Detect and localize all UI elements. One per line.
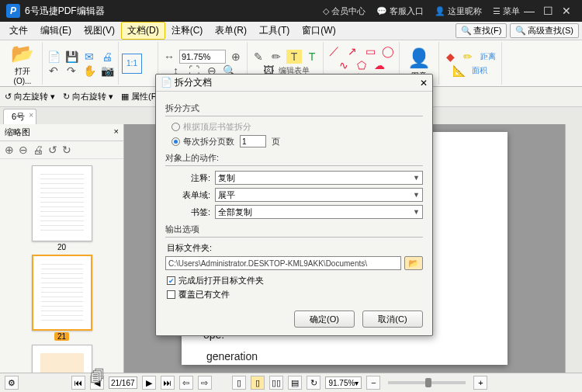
- thumbnails-list[interactable]: 20 21: [0, 159, 123, 373]
- menu-tool[interactable]: 工具(T): [253, 22, 296, 40]
- layout-cont-icon[interactable]: ▯: [251, 376, 265, 390]
- maximize-button[interactable]: ☐: [539, 5, 557, 17]
- cancel-button[interactable]: 取消(C): [362, 310, 423, 328]
- menu-window[interactable]: 窗口(W): [296, 22, 341, 40]
- main-menu-link[interactable]: ☰ 菜单: [493, 5, 520, 17]
- form-action-combo[interactable]: 展平▼: [215, 188, 423, 202]
- status-options-icon[interactable]: ⚙: [5, 376, 19, 390]
- rotate-left-button[interactable]: ↺ 向左旋转 ▾: [5, 91, 55, 102]
- rotate-view-icon[interactable]: ↻: [307, 376, 320, 390]
- measure-icon[interactable]: 📐: [452, 64, 467, 78]
- zoom-minus-button[interactable]: −: [366, 376, 380, 390]
- target-folder-label: 目标文件夹:: [167, 242, 423, 254]
- camera-icon[interactable]: 📷: [99, 64, 115, 78]
- browse-folder-button[interactable]: 📂: [404, 256, 423, 270]
- comment-action-combo[interactable]: 复制▼: [215, 171, 423, 185]
- line-shape-icon[interactable]: ／: [327, 44, 342, 58]
- thumb-rotate-right-icon[interactable]: ↻: [62, 144, 71, 156]
- status-zoom-box[interactable]: 91.75% ▾: [325, 376, 362, 389]
- thumb-rotate-left-icon[interactable]: ↺: [48, 144, 57, 156]
- split-by-bookmark-radio[interactable]: 根据顶层书签拆分: [171, 121, 423, 133]
- note-icon[interactable]: T: [304, 50, 320, 64]
- eraser-icon[interactable]: ◆: [442, 50, 458, 64]
- redo-icon[interactable]: ↷: [64, 64, 79, 78]
- polyline-icon[interactable]: ∿: [336, 58, 352, 72]
- comment-action-label: 注释:: [165, 172, 210, 184]
- member-center-link[interactable]: ◇ 会员中心: [323, 5, 365, 17]
- open-button[interactable]: 📂 打开(O)...: [6, 41, 39, 85]
- last-page-button[interactable]: ⏭: [161, 376, 175, 390]
- new-icon[interactable]: 📄: [46, 50, 61, 64]
- thumb-print-icon[interactable]: 🖨: [33, 144, 43, 156]
- open-after-checkbox[interactable]: ✔完成后打开目标文件夹: [167, 275, 423, 286]
- find-button[interactable]: 🔍查找(F): [456, 23, 507, 38]
- arrow-shape-icon[interactable]: ↗: [345, 44, 360, 58]
- fit-width-icon[interactable]: ↔: [161, 50, 177, 64]
- zoom-slider[interactable]: [388, 381, 466, 384]
- advanced-find-button[interactable]: 🔍高级查找(S): [510, 23, 579, 38]
- zoom-plus-button[interactable]: +: [473, 376, 487, 390]
- print-icon[interactable]: 🖨: [99, 50, 115, 64]
- fit-page-button[interactable]: 1:1: [122, 54, 154, 74]
- menu-edit[interactable]: 编辑(E): [34, 22, 78, 40]
- page-number-box[interactable]: 21 /167: [109, 376, 137, 389]
- hand-icon[interactable]: ✋: [81, 64, 97, 78]
- layout-facing-icon[interactable]: ▯▯: [269, 376, 283, 390]
- layout-single-icon[interactable]: ▯: [232, 376, 246, 390]
- menu-document[interactable]: 文档(D): [121, 22, 165, 40]
- dialog-title: 拆分文档: [175, 77, 212, 88]
- zoom-in-icon[interactable]: ⊕: [228, 50, 244, 64]
- thumb-zoom-in-icon[interactable]: ⊕: [5, 144, 14, 156]
- rotate-right-button[interactable]: ↻ 向右旋转 ▾: [63, 91, 113, 102]
- menu-comment[interactable]: 注释(C): [165, 22, 210, 40]
- edit-text-icon[interactable]: ✎: [251, 50, 266, 64]
- nickname-link[interactable]: 👤 这里昵称: [435, 5, 482, 17]
- right-tab-strip[interactable]: [565, 124, 582, 373]
- close-button[interactable]: ✕: [557, 5, 576, 17]
- first-page-button[interactable]: ⏮: [71, 376, 85, 390]
- object-actions-label: 对象上的动作:: [165, 152, 423, 164]
- panel-close-icon[interactable]: ×: [114, 127, 119, 138]
- save-icon[interactable]: 💾: [64, 50, 79, 64]
- next-page-button[interactable]: ▶: [142, 376, 156, 390]
- nav-back-button[interactable]: ⇦: [179, 376, 193, 390]
- mail-icon[interactable]: ✉: [81, 50, 97, 64]
- split-document-dialog: 📄 拆分文档 ✕ 拆分方式 根据顶层书签拆分 每次拆分页数 页 对象上的动作: …: [155, 74, 433, 336]
- pages-per-split-input[interactable]: [240, 135, 266, 147]
- menu-file[interactable]: 文件: [3, 22, 34, 40]
- pencil-icon[interactable]: ✏: [460, 50, 476, 64]
- close-tab-icon[interactable]: ×: [29, 111, 33, 120]
- target-folder-input[interactable]: C:\Users\Administrator.DESKTOP-KML9AKK\D…: [165, 256, 401, 270]
- area-label[interactable]: 面积: [469, 64, 490, 78]
- thumbnails-panel: 缩略图 × ⊕ ⊖ 🖨 ↺ ↻ 20 21 🗐: [0, 124, 124, 373]
- nav-fwd-button[interactable]: ⇨: [198, 376, 212, 390]
- menu-view[interactable]: 视图(V): [78, 22, 121, 40]
- bookmark-action-combo[interactable]: 全部复制▼: [215, 205, 423, 219]
- text-box-icon[interactable]: T: [286, 50, 302, 64]
- layout-cont-facing-icon[interactable]: ▤: [288, 376, 302, 390]
- undo-icon[interactable]: ↶: [46, 64, 61, 78]
- menu-form[interactable]: 表单(R): [209, 22, 253, 40]
- ellipse-shape-icon[interactable]: ◯: [380, 44, 396, 58]
- pages-stack-icon[interactable]: 🗐: [90, 368, 106, 386]
- thumb-zoom-out-icon[interactable]: ⊖: [19, 144, 28, 156]
- document-tab[interactable]: 6号×: [3, 109, 36, 124]
- output-options-label: 输出选项: [165, 224, 423, 235]
- thumbnail-selected[interactable]: 21: [5, 255, 119, 342]
- minimize-button[interactable]: —: [520, 5, 539, 17]
- highlight-icon[interactable]: ✏: [268, 50, 284, 64]
- distance-label[interactable]: 距离: [478, 50, 498, 64]
- zoom-combo[interactable]: [179, 50, 226, 64]
- service-entry-link[interactable]: 💬 客服入口: [376, 5, 424, 17]
- split-by-pages-radio[interactable]: 每次拆分页数 页: [171, 135, 423, 147]
- cloud-icon[interactable]: ☁: [372, 58, 387, 72]
- bookmark-action-label: 书签:: [165, 206, 210, 218]
- dialog-close-icon[interactable]: ✕: [420, 78, 428, 88]
- overwrite-checkbox[interactable]: 覆盖已有文件: [167, 289, 423, 300]
- app-logo: P: [6, 4, 20, 18]
- rect-shape-icon[interactable]: ▭: [362, 44, 378, 58]
- polygon-icon[interactable]: ⬠: [354, 58, 369, 72]
- split-method-label: 拆分方式: [165, 102, 423, 114]
- thumbnail[interactable]: 20: [5, 165, 119, 252]
- ok-button[interactable]: 确定(O): [294, 310, 355, 328]
